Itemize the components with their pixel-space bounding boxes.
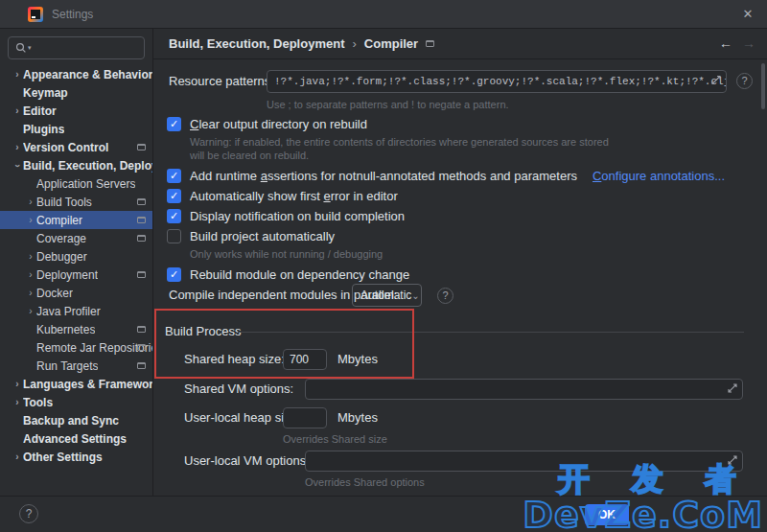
sidebar-item-keymap[interactable]: Keymap — [0, 83, 152, 102]
close-icon[interactable]: ✕ — [737, 4, 758, 25]
sidebar-item-coverage[interactable]: Coverage — [0, 229, 152, 247]
page-icon — [137, 217, 146, 223]
sidebar-item-plugins[interactable]: Plugins — [0, 120, 152, 138]
search-input[interactable]: ▾ — [8, 36, 145, 59]
shared-vm-input[interactable] — [305, 379, 743, 400]
sidebar-item-run-targets[interactable]: Run Targets — [0, 357, 152, 375]
sidebar-item-label: Tools — [23, 396, 53, 409]
checkbox-note: Only works while not running / debugging — [190, 247, 729, 261]
build-process-section-title: Build Process — [165, 324, 241, 338]
sidebar-item-kubernetes[interactable]: Kubernetes — [0, 320, 152, 338]
chevron-collapsed-icon[interactable]: › — [12, 142, 23, 153]
checkbox[interactable]: ✓ — [167, 169, 181, 183]
chevron-down-icon: ⌄ — [411, 290, 419, 301]
sidebar-item-deployment[interactable]: ›Deployment — [0, 266, 152, 284]
breadcrumb-section[interactable]: Build, Execution, Deployment — [169, 36, 344, 51]
chevron-collapsed-icon[interactable]: › — [12, 379, 23, 390]
shared-heap-input[interactable]: 700 — [283, 349, 327, 370]
chevron-collapsed-icon[interactable]: › — [25, 251, 36, 263]
page-icon — [137, 198, 146, 205]
page-icon — [137, 271, 146, 278]
sidebar-item-label: Backup and Sync — [23, 414, 119, 428]
chevron-collapsed-icon[interactable]: › — [12, 397, 23, 408]
chevron-collapsed-icon[interactable]: › — [12, 105, 23, 117]
sidebar-item-label: Compiler — [36, 214, 82, 227]
checkbox[interactable]: ✓ — [167, 117, 181, 131]
sidebar-item-label: Remote Jar Repositories — [36, 341, 152, 355]
sidebar-item-label: Build, Execution, Deployme — [23, 159, 152, 173]
sidebar-item-java-profiler[interactable]: ›Java Profiler — [0, 302, 152, 320]
intellij-logo-icon — [28, 7, 43, 22]
sidebar-item-advanced-settings[interactable]: Advanced Settings — [0, 429, 152, 448]
ok-button[interactable]: OK — [585, 504, 629, 525]
checkbox[interactable]: ✓ — [167, 209, 181, 223]
chevron-collapsed-icon[interactable]: › — [25, 215, 36, 226]
dialog-footer: ? OK — [0, 496, 767, 532]
chevron-expanded-icon[interactable]: › — [12, 160, 23, 172]
checkbox[interactable] — [167, 229, 181, 243]
user-heap-input[interactable] — [283, 407, 327, 428]
intellij-logo-mark — [32, 16, 35, 18]
settings-tree: ›Appearance & BehaviorKeymap›EditorPlugi… — [0, 65, 152, 466]
sidebar-item-label: Kubernetes — [36, 323, 95, 336]
chevron-collapsed-icon[interactable]: › — [25, 288, 36, 299]
resource-patterns-label: Resource patterns: — [169, 70, 274, 93]
chevron-collapsed-icon[interactable]: › — [25, 269, 36, 281]
sidebar-item-build-execution-deployme[interactable]: ›Build, Execution, Deployme — [0, 156, 152, 174]
shared-heap-label: Shared heap size: — [184, 349, 285, 370]
checkbox-row-rebuild-module-on-dependency-change: ✓Rebuild module on dependency change — [167, 265, 729, 285]
user-vm-note: Overrides Shared options — [305, 476, 425, 488]
shared-vm-label: Shared VM options: — [184, 379, 293, 400]
parallel-compile-help-icon[interactable]: ? — [437, 288, 453, 304]
checkbox-row-add-runtime-assertions-for-notnull-annotated-methods-and-parameters: ✓Add runtime assertions for notnull-anno… — [167, 166, 729, 186]
sidebar-item-label: Debugger — [36, 250, 87, 264]
sidebar-item-label: Editor — [23, 104, 57, 118]
parallel-compile-dropdown[interactable]: Automatic ⌄ — [352, 284, 422, 307]
sidebar-item-compiler[interactable]: ›Compiler — [0, 211, 152, 229]
link-configure-annotations[interactable]: Configure annotations... — [593, 169, 725, 183]
chevron-collapsed-icon[interactable]: › — [25, 306, 36, 317]
page-icon — [426, 40, 434, 47]
user-vm-input[interactable] — [305, 451, 743, 472]
expand-field-icon[interactable] — [728, 454, 737, 468]
chevron-collapsed-icon[interactable]: › — [25, 197, 36, 208]
help-icon[interactable]: ? — [19, 504, 38, 523]
resource-patterns-input[interactable]: !?*.java;!?*.form;!?*.class;!?*.groovy;!… — [267, 70, 727, 93]
sidebar-item-debugger[interactable]: ›Debugger — [0, 247, 152, 266]
sidebar-item-appearance-behavior[interactable]: ›Appearance & Behavior — [0, 65, 152, 83]
title-bar: Settings ✕ — [0, 0, 767, 29]
sidebar-item-label: Application Servers — [36, 177, 135, 191]
search-icon — [15, 42, 27, 54]
sidebar-item-backup-and-sync[interactable]: Backup and Sync — [0, 411, 152, 429]
chevron-collapsed-icon[interactable]: › — [12, 451, 23, 463]
sidebar-item-remote-jar-repositories[interactable]: Remote Jar Repositories — [0, 338, 152, 357]
sidebar-item-other-settings[interactable]: ›Other Settings — [0, 448, 152, 466]
sidebar-item-label: Keymap — [23, 86, 68, 100]
chevron-collapsed-icon[interactable]: › — [12, 69, 23, 81]
resource-patterns-help-icon[interactable]: ? — [736, 73, 753, 89]
breadcrumb-separator: › — [352, 36, 356, 51]
sidebar-item-editor[interactable]: ›Editor — [0, 102, 152, 120]
checkbox[interactable]: ✓ — [167, 189, 181, 203]
sidebar-item-languages-frameworks[interactable]: ›Languages & Frameworks — [0, 375, 152, 393]
checkbox[interactable]: ✓ — [167, 267, 181, 282]
sidebar-item-label: Build Tools — [36, 196, 92, 209]
expand-field-icon[interactable] — [728, 382, 737, 396]
search-history-caret-icon[interactable]: ▾ — [28, 44, 32, 52]
user-heap-unit: Mbytes — [337, 407, 378, 428]
breadcrumb-page: Compiler — [364, 36, 418, 51]
expand-field-icon[interactable] — [711, 76, 721, 88]
page-icon — [137, 144, 146, 150]
back-arrow-icon[interactable]: ← — [719, 35, 732, 51]
sidebar-item-label: Plugins — [23, 123, 64, 136]
scrollbar-thumb[interactable] — [761, 63, 765, 109]
sidebar-item-docker[interactable]: ›Docker — [0, 284, 152, 302]
sidebar-item-build-tools[interactable]: ›Build Tools — [0, 193, 152, 211]
sidebar-item-tools[interactable]: ›Tools — [0, 393, 152, 411]
checkbox-note: Warning: if enabled, the entire contents… — [190, 135, 729, 162]
sidebar-item-application-servers[interactable]: Application Servers — [0, 174, 152, 193]
sidebar-item-label: Coverage — [36, 232, 86, 245]
resource-patterns-value: !?*.java;!?*.form;!?*.class;!?*.groovy;!… — [274, 76, 727, 87]
sidebar-item-version-control[interactable]: ›Version Control — [0, 138, 152, 156]
sidebar-item-label: Docker — [36, 287, 73, 300]
